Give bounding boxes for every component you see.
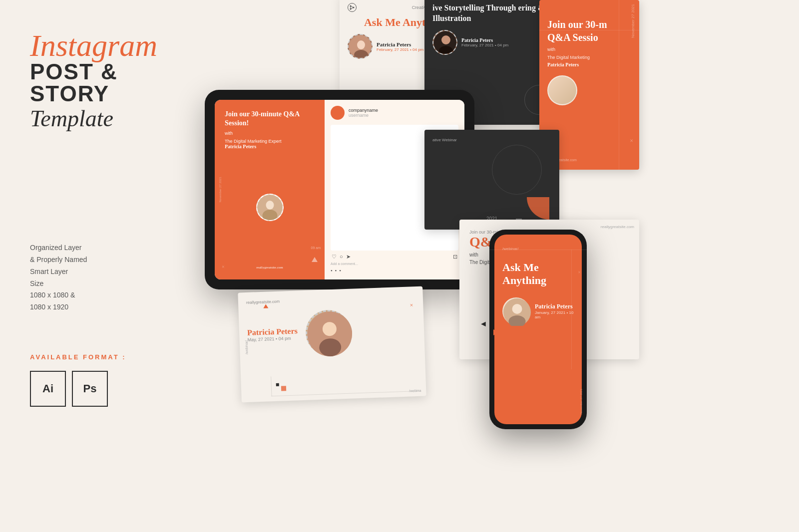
dark-card-person: Patricia Peters February, 27 2021 • 04 p…: [432, 30, 556, 55]
phone-screen: × /webinar/ Ask Me Anything Patricia Pet…: [494, 235, 582, 424]
tablet-vertical-date: November 27 2021: [219, 177, 222, 202]
orange-card-avatar: [547, 75, 577, 105]
phone-person-row: Patricia Peters January, 27 2021 • 10 am: [502, 297, 574, 325]
dark-card-title-text: ive Storytelling Through ering & Illustr…: [432, 3, 544, 22]
format-icons: Ai Ps: [30, 371, 190, 407]
social-actions: ♡ ○ ➤ ⊡: [331, 254, 458, 260]
bottom-card-orange-sq: [281, 386, 286, 391]
dark-card-name: Patricia Peters: [461, 37, 508, 43]
bottom-card-date: May, 27 2021 • 04 pm: [247, 335, 298, 342]
bottom-card-avatar: [305, 309, 351, 356]
bottom-webinar-card: reallygreatsite.com /webinar/ × Patricia…: [238, 286, 426, 403]
bottom-card-vline: [271, 376, 272, 396]
heart-icon: ♡: [332, 254, 337, 260]
tablet-post-footer: reallygreatsite.com: [225, 266, 315, 269]
orange-hline: [539, 30, 639, 30]
share-icon: ➤: [346, 254, 351, 260]
dark-card-title: ive Storytelling Through ering & Illustr…: [432, 3, 556, 24]
phone-hline: [494, 250, 582, 250]
orange-x-mark: ×: [630, 137, 633, 145]
phone-title: Ask Me Anything: [502, 261, 574, 287]
social-header: companyname username: [331, 106, 458, 120]
svg-point-7: [441, 35, 450, 44]
bottom-person-row: Patricia Peters May, 27 2021 • 04 pm: [247, 307, 417, 358]
card1-avatar: [348, 34, 373, 59]
social-tagline: username: [349, 113, 378, 118]
desc-line-1: Organized Layer: [30, 242, 190, 254]
svg-point-2: [350, 8, 352, 10]
mid-dark-quarter: [527, 197, 549, 220]
title-instagram: Instagram: [30, 30, 190, 61]
bottom-card-small-sq: [276, 383, 279, 386]
phone-name: Patricia Peters: [535, 303, 574, 310]
social-dots: • • •: [331, 267, 458, 273]
phone-webinar-text: /webinar/: [502, 247, 574, 251]
bottom-triangle-up: [263, 304, 268, 308]
tablet-x-mark: ×: [222, 264, 225, 269]
tablet-post-title: Join our 30-minute Q&A Session!: [225, 110, 315, 128]
tablet-post-avatar: [256, 194, 284, 221]
mid-dark-card: ative Webinar 2021: [424, 130, 559, 230]
bottom-x-mark: ×: [409, 301, 413, 309]
svg-point-4: [357, 40, 365, 49]
card1-icon: [348, 3, 357, 12]
left-panel: Instagram POST & STORY Template Organize…: [30, 30, 190, 407]
description: Organized Layer & Properly Named Smart L…: [30, 242, 190, 313]
dark-card-avatar: [432, 30, 457, 55]
mid-dark-circle: [492, 145, 542, 195]
ai-label: Ai: [42, 382, 53, 395]
bottom-card-webinar-bottom: /webina: [409, 389, 421, 393]
svg-point-1: [353, 7, 355, 8]
tablet-triangle: [312, 257, 318, 262]
title-post-story: POST & STORY: [30, 61, 190, 105]
svg-point-16: [512, 304, 522, 314]
desc-line-5: 1080 x 1080 &: [30, 289, 190, 301]
tablet-post-subtitle: The Digital Marketing Expert: [225, 139, 315, 144]
phone-mockup: × /webinar/ Ask Me Anything Patricia Pet…: [489, 230, 587, 429]
tablet-post-name: Patricia Peters: [225, 144, 315, 149]
orange-vline: [619, 0, 619, 170]
social-action-icons: ♡ ○ ➤: [332, 254, 351, 260]
social-avatar: [331, 106, 345, 120]
mid-dark-label: ative Webinar: [432, 138, 551, 142]
back-arrow-2: ◄: [479, 319, 487, 328]
bottom-card-hline: [272, 391, 421, 396]
mockups-area: reallygreatsite.com Creative Webinar Ask…: [180, 0, 799, 532]
desc-line-3: Smart Layer: [30, 266, 190, 278]
orange-card-date-vertical: November 27 2021: [631, 4, 635, 38]
tablet-post-with: with: [225, 131, 315, 136]
bookmark-icon: ⊡: [453, 254, 457, 260]
title-template: Template: [30, 105, 190, 132]
phone-date: January, 27 2021 • 10 am: [535, 310, 574, 319]
bottom-card-url: reallygreatsite.com: [246, 294, 415, 305]
social-username: companyname: [349, 108, 378, 113]
card1-person-date: February, 27 2021 • 04 pm: [377, 47, 423, 52]
format-ai-box: Ai: [30, 371, 66, 407]
phone-x-mark: ×: [578, 269, 581, 275]
available-format-label: AVAILABLE FORMAT :: [30, 353, 190, 361]
phone-vertical-date: November 27 2021: [580, 389, 582, 414]
tablet-post-card: Join our 30-minute Q&A Session! with The…: [215, 100, 325, 279]
add-comment: Add a comment...: [331, 262, 458, 266]
phone-triangle: [494, 329, 498, 335]
right-qa-website: reallygreatsite.com: [601, 225, 634, 229]
comment-icon: ○: [340, 254, 343, 260]
format-ps-box: Ps: [72, 371, 108, 407]
tablet-time: 09 am: [311, 246, 321, 250]
phone-avatar: [502, 297, 530, 325]
ps-label: Ps: [83, 382, 97, 395]
svg-point-10: [266, 201, 274, 210]
dark-card-date: February, 27 2021 • 04 pm: [461, 43, 508, 47]
phone-vline: [571, 250, 572, 369]
desc-line-6: 1080 x 1920: [30, 301, 190, 313]
desc-line-2: & Properly Named: [30, 254, 190, 266]
desc-line-4: Size: [30, 278, 190, 290]
card1-person-name: Patricia Peters: [377, 41, 423, 47]
bottom-card-webinar-text: /webinar/: [245, 340, 249, 355]
svg-point-0: [350, 5, 352, 7]
